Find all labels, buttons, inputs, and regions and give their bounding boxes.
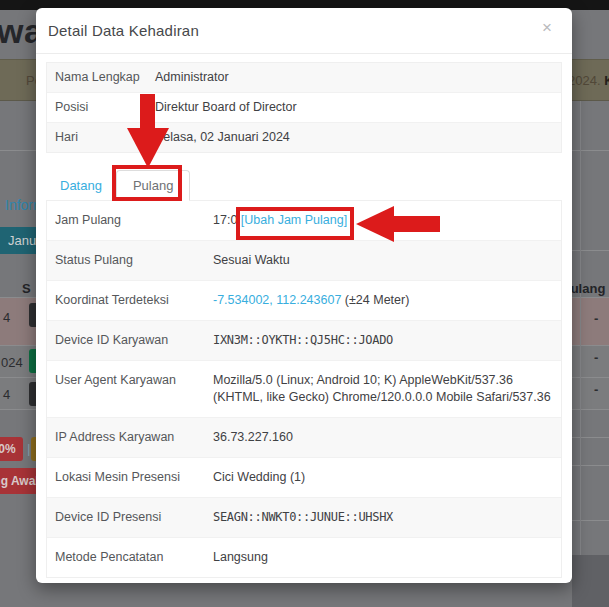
row-value: Selasa, 02 Januari 2024 [155, 130, 553, 145]
divider [572, 297, 609, 298]
table-row-device-karyawan: Device ID Karyawan IXN3M::OYKTH::QJ5HC::… [47, 320, 561, 360]
row-label: Nama Lengkap [55, 70, 155, 85]
pulang-cell-value: - [594, 382, 598, 397]
row-label: User Agent Karyawan [55, 372, 213, 406]
row-value: Direktur Board of Director [155, 100, 553, 115]
column-header-left: S [22, 281, 31, 296]
modal-title: Detail Data Kehadiran [48, 22, 199, 39]
ubah-jam-pulang-link[interactable]: [Ubah Jam Pulang] [241, 213, 347, 227]
table-row-posisi: Posisi Direktur Board of Director [47, 92, 561, 122]
employee-info-table: Nama Lengkap Administrator Posisi Direkt… [46, 62, 562, 153]
row-value: Sesuai Waktu [213, 252, 553, 269]
pulang-detail-table: Jam Pulang 17:0 [Ubah Jam Pulang] Status… [46, 200, 562, 578]
table-row-jam-pulang: Jam Pulang 17:0 [Ubah Jam Pulang] [47, 201, 561, 240]
koordinat-accuracy: (±24 Meter) [345, 293, 410, 307]
table-row-lokasi-mesin: Lokasi Mesin Presensi Cici Wedding (1) [47, 457, 561, 497]
divider [572, 409, 609, 410]
date-fragment: 4 [3, 387, 10, 402]
divider [0, 409, 36, 410]
date-fragment: 024 [1, 355, 23, 370]
divider [572, 465, 609, 466]
detail-kehadiran-modal: Detail Data Kehadiran × Nama Lengkap Adm… [36, 8, 572, 583]
attendance-tabs: Datang Pulang [46, 168, 562, 200]
row-value: Cici Wedding (1) [213, 469, 553, 486]
row-label: Koordinat Terdeteksi [55, 292, 213, 309]
tab-pulang[interactable]: Pulang [116, 170, 190, 201]
row-label: IP Address Karyawan [55, 429, 213, 446]
divider [0, 345, 36, 346]
table-row-koordinat: Koordinat Terdeteksi -7.534002, 112.2436… [47, 280, 561, 320]
legend-separator: | [27, 441, 30, 456]
row-value: 17:0 [Ubah Jam Pulang] [213, 212, 553, 229]
divider [0, 297, 36, 298]
alert-right-text: 2024. Klik [568, 73, 609, 88]
row-value: IXN3M::OYKTH::QJ5HC::JOADO [213, 332, 553, 349]
table-row-ip-address: IP Address Karyawan 36.73.227.160 [47, 417, 561, 457]
table-border [580, 101, 581, 555]
row-value: 36.73.227.160 [213, 429, 553, 446]
row-label: Status Pulang [55, 252, 213, 269]
row-label: Device ID Presensi [55, 509, 213, 526]
row-value: Langsung [213, 549, 553, 566]
divider [572, 250, 609, 251]
divider [0, 150, 36, 151]
table-row-user-agent: User Agent Karyawan Mozilla/5.0 (Linux; … [47, 360, 561, 417]
divider [572, 150, 609, 151]
table-row-nama: Nama Lengkap Administrator [47, 63, 561, 92]
divider [572, 520, 609, 521]
pulang-cell-value: - [594, 311, 598, 326]
page-footer-band [572, 555, 609, 607]
row-label: Lokasi Mesin Presensi [55, 469, 213, 486]
date-fragment: 4 [3, 310, 10, 325]
alert-klik-text: Klik [604, 73, 609, 88]
divider [0, 377, 36, 378]
koordinat-link[interactable]: -7.534002, 112.243607 [213, 293, 341, 307]
row-value: Administrator [155, 70, 553, 85]
divider [572, 377, 609, 378]
table-row-device-presensi: Device ID Presensi SEAGN::NWKT0::JUNUE::… [47, 497, 561, 537]
table-row-status-pulang: Status Pulang Sesuai Waktu [47, 240, 561, 280]
row-label: Metode Pencatatan [55, 549, 213, 566]
pulang-cell-value: - [594, 350, 598, 365]
row-label: Device ID Karyawan [55, 332, 213, 349]
row-label: Jam Pulang [55, 212, 213, 229]
divider [572, 437, 609, 438]
jam-pulang-time: 17:0 [213, 213, 237, 227]
row-value: -7.534002, 112.243607 (±24 Meter) [213, 292, 553, 309]
row-label: Posisi [55, 100, 155, 115]
row-label: Hari [55, 130, 155, 145]
row-value: SEAGN::NWKT0::JUNUE::UHSHX [213, 509, 553, 526]
table-row-metode: Metode Pencatatan Langsung [47, 537, 561, 577]
modal-header: Detail Data Kehadiran × [36, 8, 572, 54]
close-icon[interactable]: × [536, 18, 558, 37]
tab-datang[interactable]: Datang [46, 171, 116, 200]
divider [572, 345, 609, 346]
row-value: Mozilla/5.0 (Linux; Android 10; K) Apple… [213, 372, 553, 406]
modal-body: Nama Lengkap Administrator Posisi Direkt… [36, 54, 572, 578]
percent-badge: 100% [0, 437, 23, 461]
table-row-hari: Hari Selasa, 02 Januari 2024 [47, 122, 561, 152]
